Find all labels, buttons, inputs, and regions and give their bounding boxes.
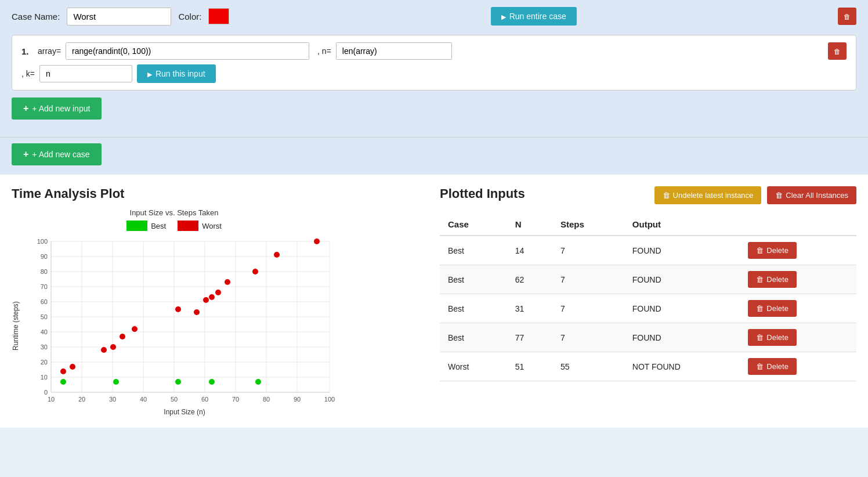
input-row-bottom: , k= Run this input bbox=[21, 64, 822, 83]
cell-output: FOUND bbox=[624, 265, 740, 294]
table-row: Best 62 7 FOUND 🗑 Delete bbox=[440, 265, 856, 294]
y-axis-label: Runtime (steps) bbox=[12, 236, 20, 416]
svg-text:10: 10 bbox=[48, 396, 55, 403]
run-entire-case-button[interactable]: Run entire case bbox=[491, 7, 577, 26]
delete-row-button[interactable]: 🗑 Delete bbox=[748, 300, 797, 317]
cell-steps: 7 bbox=[552, 323, 624, 352]
chart-with-xaxis: 0 10 20 30 40 50 60 70 80 90 100 bbox=[22, 236, 347, 416]
array-input[interactable] bbox=[66, 42, 309, 60]
svg-text:20: 20 bbox=[78, 396, 85, 403]
cell-steps: 7 bbox=[552, 294, 624, 323]
x-axis-label: Input Size (n) bbox=[22, 408, 347, 416]
input-fields: 1. array= , n= , k= Run this input bbox=[21, 42, 822, 83]
worst-point bbox=[314, 238, 320, 244]
best-point bbox=[60, 379, 66, 385]
svg-text:100: 100 bbox=[324, 396, 335, 403]
clear-all-instances-button[interactable]: 🗑 Clear All Instances bbox=[767, 186, 856, 204]
legend-worst: Worst bbox=[178, 221, 222, 231]
play-icon bbox=[501, 12, 506, 21]
worst-point bbox=[132, 326, 138, 332]
svg-text:30: 30 bbox=[109, 396, 116, 403]
plus-icon-case bbox=[23, 149, 28, 160]
legend-worst-label: Worst bbox=[202, 222, 222, 230]
plotted-section: Plotted Inputs 🗑 Undelete latest instanc… bbox=[440, 186, 856, 416]
worst-point bbox=[120, 334, 125, 339]
case-row: Case Name: Color: Run entire case bbox=[12, 7, 856, 26]
cell-delete: 🗑 Delete bbox=[740, 265, 856, 294]
delete-input-button[interactable] bbox=[828, 42, 847, 60]
add-case-section: + Add new case bbox=[0, 138, 868, 175]
undelete-instance-button[interactable]: 🗑 Undelete latest instance bbox=[654, 186, 762, 204]
best-point bbox=[175, 379, 181, 385]
svg-text:60: 60 bbox=[41, 298, 48, 305]
cell-output: FOUND bbox=[624, 236, 740, 265]
cell-n: 31 bbox=[507, 294, 552, 323]
cell-steps: 7 bbox=[552, 236, 624, 265]
chart-area: Runtime (steps) bbox=[12, 236, 337, 416]
legend-worst-color bbox=[178, 221, 198, 231]
trash-icon-row: 🗑 bbox=[756, 246, 764, 255]
col-output: Output bbox=[624, 214, 740, 236]
svg-text:50: 50 bbox=[171, 396, 178, 403]
trash-icon bbox=[844, 12, 851, 21]
worst-point bbox=[225, 279, 230, 285]
cell-output: FOUND bbox=[624, 323, 740, 352]
top-section: Case Name: Color: Run entire case 1. arr… bbox=[0, 0, 868, 138]
svg-text:50: 50 bbox=[41, 313, 48, 320]
array-label: array= bbox=[38, 46, 61, 56]
k-input[interactable] bbox=[39, 65, 132, 82]
svg-text:90: 90 bbox=[41, 253, 48, 260]
n-input[interactable] bbox=[336, 42, 452, 60]
add-new-input-button[interactable]: + Add new input bbox=[12, 97, 102, 120]
cell-n: 62 bbox=[507, 265, 552, 294]
chart-legend: Best Worst bbox=[12, 221, 337, 231]
worst-point bbox=[215, 290, 221, 295]
best-point bbox=[113, 379, 119, 385]
table-row: Best 31 7 FOUND 🗑 Delete bbox=[440, 294, 856, 323]
svg-text:40: 40 bbox=[140, 396, 147, 403]
cell-case: Best bbox=[440, 265, 507, 294]
worst-point bbox=[60, 368, 66, 374]
delete-row-button[interactable]: 🗑 Delete bbox=[748, 271, 797, 288]
chart-container: Input Size vs. Steps Taken Best Worst Ru… bbox=[12, 208, 337, 416]
cell-steps: 7 bbox=[552, 265, 624, 294]
best-point bbox=[255, 379, 261, 385]
col-actions bbox=[740, 214, 856, 236]
add-new-case-button[interactable]: + Add new case bbox=[12, 143, 102, 165]
worst-point bbox=[110, 344, 116, 350]
worst-point bbox=[101, 347, 107, 353]
bottom-section: Time Analysis Plot Input Size vs. Steps … bbox=[0, 175, 868, 428]
svg-text:80: 80 bbox=[41, 268, 48, 275]
cell-case: Best bbox=[440, 323, 507, 352]
cell-delete: 🗑 Delete bbox=[740, 294, 856, 323]
cell-steps: 55 bbox=[552, 352, 624, 381]
plotted-table: Case N Steps Output Best 14 7 FOUND 🗑 De… bbox=[440, 214, 856, 381]
svg-text:10: 10 bbox=[41, 374, 48, 381]
cell-delete: 🗑 Delete bbox=[740, 352, 856, 381]
case-name-input[interactable] bbox=[67, 8, 171, 26]
delete-row-button[interactable]: 🗑 Delete bbox=[748, 329, 797, 346]
delete-case-button[interactable] bbox=[838, 8, 856, 25]
trash-icon-row: 🗑 bbox=[756, 333, 764, 342]
cell-case: Best bbox=[440, 294, 507, 323]
svg-text:20: 20 bbox=[41, 359, 48, 366]
row-number: 1. bbox=[21, 46, 33, 56]
input-top-wrapper: 1. array= , n= , k= Run this input bbox=[21, 42, 847, 83]
table-row: Worst 51 55 NOT FOUND 🗑 Delete bbox=[440, 352, 856, 381]
color-label: Color: bbox=[178, 12, 201, 21]
worst-point bbox=[203, 297, 209, 303]
delete-row-button[interactable]: 🗑 Delete bbox=[748, 242, 797, 259]
run-input-button[interactable]: Run this input bbox=[137, 64, 216, 83]
table-row: Best 14 7 FOUND 🗑 Delete bbox=[440, 236, 856, 265]
col-n: N bbox=[507, 214, 552, 236]
color-swatch[interactable] bbox=[208, 8, 229, 24]
delete-row-button[interactable]: 🗑 Delete bbox=[748, 358, 797, 375]
worst-point bbox=[209, 294, 215, 300]
trash-icon-row: 🗑 bbox=[756, 362, 764, 371]
worst-point bbox=[194, 309, 200, 315]
svg-text:80: 80 bbox=[263, 396, 270, 403]
chart-svg-wrap: 0 10 20 30 40 50 60 70 80 90 100 bbox=[22, 236, 347, 406]
table-header-row: Case N Steps Output bbox=[440, 214, 856, 236]
cell-case: Worst bbox=[440, 352, 507, 381]
chart-title: Input Size vs. Steps Taken bbox=[12, 208, 337, 217]
